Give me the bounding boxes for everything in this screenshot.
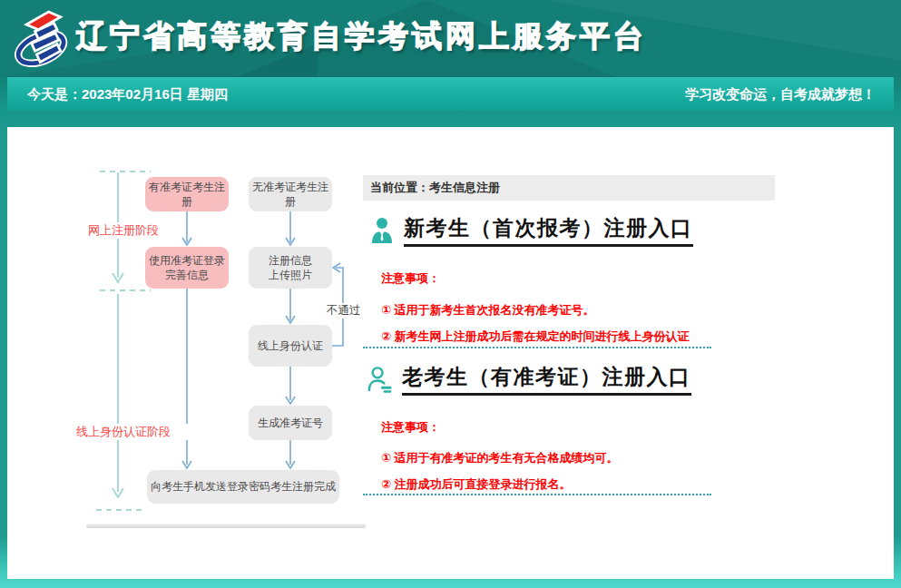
flow-node-label: 使用准考证登录 完善信息: [149, 253, 225, 282]
old-student-icon: [367, 366, 392, 394]
flow-node-generate-ticket-number: 生成准考证号: [249, 406, 332, 440]
flow-node-label: 线上身份认证: [258, 338, 323, 353]
current-date-text: 今天是：2023年02月16日 星期四: [27, 77, 228, 111]
flow-node-register-upload-photo: 注册信息 上传照片: [249, 247, 332, 289]
flow-node-no-ticket-register: 无准考证考生注 册: [249, 177, 332, 211]
flow-node-label: 生成准考证号: [258, 416, 323, 430]
slogan-text: 学习改变命运，自考成就梦想！: [685, 77, 876, 111]
flow-node-online-identity-verify: 线上身份认证: [249, 325, 332, 367]
notes-title: 注意事项：: [381, 270, 440, 287]
flow-node-send-password-complete: 向考生手机发送登录密码考生注册完成: [147, 470, 339, 504]
old-student-entry: 老考生（有准考证）注册入口: [367, 363, 691, 396]
note-item: ② 注册成功后可直接登录进行报名。: [381, 476, 572, 493]
flowchart-bottom-divider: [86, 524, 366, 528]
note-item: ① 适用于有准考证的考生有无合格成绩均可。: [381, 450, 619, 466]
flow-node-label: 注册信息 上传照片: [269, 253, 312, 282]
breadcrumb: 当前位置：考生信息注册: [363, 175, 775, 201]
flow-node-has-ticket-register: 有准考证考生注 册: [145, 177, 229, 211]
fail-edge-label: 不通过: [325, 303, 363, 318]
flow-node-label: 向考生手机发送登录密码考生注册完成: [151, 479, 336, 494]
page: 辽宁省高等教育自学考试网上服务平台 今天是：2023年02月16日 星期四 学习…: [0, 0, 901, 588]
info-bar: 今天是：2023年02月16日 星期四 学习改变命运，自考成就梦想！: [7, 77, 894, 111]
section-divider: [363, 494, 711, 495]
new-student-entry-link[interactable]: 新考生（首次报考）注册入口: [404, 214, 693, 247]
note-item: ① 适用于新考生首次报名没有准考证号。: [381, 302, 595, 318]
flow-node-login-complete-info: 使用准考证登录 完善信息: [145, 247, 229, 289]
site-logo-icon: [15, 5, 71, 74]
phase-label-online-registration: 网上注册阶段: [69, 222, 178, 239]
new-student-icon: [370, 217, 394, 244]
old-student-entry-link[interactable]: 老考生（有准考证）注册入口: [402, 363, 691, 396]
section-divider: [363, 347, 711, 348]
notes-title: 注意事项：: [381, 419, 440, 436]
content-panel: 有准考证考生注 册 无准考证考生注 册 使用准考证登录 完善信息 注册信息 上传…: [7, 127, 894, 579]
site-title: 辽宁省高等教育自学考试网上服务平台: [76, 16, 647, 57]
new-student-entry: 新考生（首次报考）注册入口: [370, 214, 693, 247]
flow-node-label: 有准考证考生注 册: [149, 180, 225, 209]
phase-label-identity-verification: 线上身份认证阶段: [58, 424, 189, 440]
flow-node-label: 无准考证考生注 册: [252, 180, 328, 209]
note-item: ② 新考生网上注册成功后需在规定的时间进行线上身份认证: [381, 328, 690, 345]
site-header: 辽宁省高等教育自学考试网上服务平台: [0, 0, 901, 77]
breadcrumb-label: 当前位置：考生信息注册: [370, 181, 500, 194]
